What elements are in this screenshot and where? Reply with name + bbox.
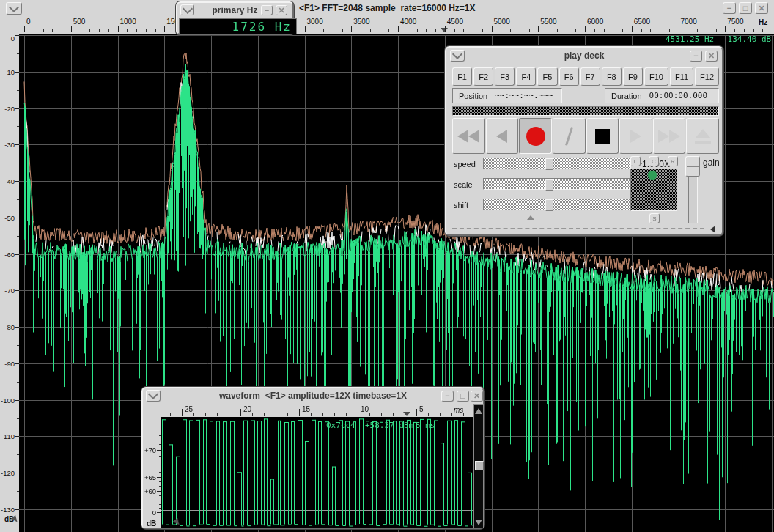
fkey-button-f11[interactable]: F11: [670, 67, 693, 86]
stop-button[interactable]: [586, 118, 619, 154]
fast-forward-button[interactable]: [653, 118, 686, 154]
db-axis[interactable]: dB 0-10-20-30-40-50-60-70-80-90-100-110-…: [0, 34, 20, 532]
waveform-close-button[interactable]: ✕: [471, 391, 483, 402]
primary-hz-titlebar[interactable]: primary Hz − ✕: [177, 3, 292, 18]
waveform-time-ruler[interactable]: ms 252015105: [161, 404, 473, 417]
main-chevron-button[interactable]: [6, 2, 22, 15]
db-tick-label: -10: [4, 68, 15, 76]
pause-button[interactable]: [553, 118, 586, 154]
speed-slider-track[interactable]: [483, 158, 631, 169]
amp-tick-label: +70: [144, 446, 156, 454]
primary-hz-value: 1726 Hz: [232, 20, 292, 34]
speed-slider-thumb[interactable]: [545, 158, 553, 170]
waveform-titlebar[interactable]: waveform <F1> amplitude=12X timebase=1X …: [143, 388, 483, 404]
pan-right-label: R: [671, 158, 675, 165]
drawer-handle-icon[interactable]: [710, 226, 715, 233]
scrollbar-thumb[interactable]: [475, 461, 484, 470]
close-icon: ✕: [278, 7, 284, 15]
shift-marker-icon[interactable]: [527, 215, 534, 220]
freq-major-tick: [305, 26, 306, 32]
play-deck-chevron-button[interactable]: [450, 50, 465, 62]
scrollbar-up-button[interactable]: [474, 406, 483, 415]
waveform-chevron-button[interactable]: [146, 390, 161, 402]
scale-slider-thumb[interactable]: [545, 179, 553, 191]
primary-hz-minimize-button[interactable]: −: [261, 5, 273, 15]
pan-left-button[interactable]: L: [630, 156, 641, 166]
scale-slider-track[interactable]: [483, 178, 631, 190]
freq-minor-tick: [380, 29, 380, 32]
position-value: ~~:~~:~~.~~~: [495, 91, 553, 100]
rewind-icon: [457, 130, 468, 143]
waveform-amp-axis[interactable]: dB +70+65+600: [143, 417, 162, 528]
scale-slider-label: scale: [454, 180, 473, 189]
shift-slider-track[interactable]: [483, 199, 631, 210]
time-minor-tick: [393, 413, 394, 416]
fkey-button-f3[interactable]: F3: [495, 67, 515, 86]
freq-minor-tick: [99, 29, 100, 32]
fkey-button-f1[interactable]: F1: [452, 67, 472, 86]
duration-field: Duration 00:00:00.000: [605, 88, 719, 103]
primary-hz-chevron-button[interactable]: [180, 4, 194, 15]
fkey-button-f9[interactable]: F9: [623, 67, 643, 86]
scrollbar-down-button[interactable]: [474, 517, 483, 527]
chevron-down-icon: [148, 389, 158, 399]
freq-minor-tick: [408, 29, 408, 32]
main-minimize-button[interactable]: −: [723, 2, 736, 14]
pan-center-label: C: [652, 158, 656, 165]
time-minor-tick: [194, 413, 194, 416]
pan-right-button[interactable]: R: [668, 156, 678, 166]
fkey-button-f2[interactable]: F2: [473, 67, 493, 86]
freq-minor-tick: [426, 29, 427, 32]
waveform-scrollbar[interactable]: [473, 404, 484, 528]
pan-swap-button[interactable]: S: [649, 213, 660, 223]
play-reverse-icon: [496, 130, 507, 143]
progress-bar[interactable]: [452, 106, 719, 116]
fkey-button-f6[interactable]: F6: [559, 67, 579, 86]
db-tick-label: -30: [4, 141, 15, 149]
pan-center-button[interactable]: C: [649, 156, 659, 166]
fkey-button-f8[interactable]: F8: [602, 67, 622, 86]
waveform-maximize-button[interactable]: □: [457, 391, 469, 402]
maximize-icon: □: [460, 392, 465, 400]
time-minor-tick: [264, 413, 265, 416]
time-minor-tick: [252, 413, 253, 416]
main-close-button[interactable]: ✕: [755, 2, 768, 14]
play-button[interactable]: [619, 118, 652, 154]
fkey-button-f12[interactable]: F12: [695, 67, 719, 86]
fkey-button-f10[interactable]: F10: [644, 67, 668, 86]
main-maximize-button[interactable]: □: [739, 2, 752, 14]
fkey-button-f4[interactable]: F4: [516, 67, 536, 86]
freq-minor-tick: [744, 29, 745, 32]
freq-tick-label: 500: [73, 18, 86, 26]
eject-button[interactable]: [686, 118, 719, 154]
rewind-button[interactable]: [452, 118, 485, 154]
freq-major-tick: [632, 26, 633, 32]
pan-pad[interactable]: [630, 169, 677, 211]
primary-hz-close-button[interactable]: ✕: [276, 5, 287, 15]
play-deck-titlebar[interactable]: play deck − ✕: [446, 48, 722, 65]
freq-minor-tick: [333, 29, 333, 32]
freq-tick-label: 3000: [307, 18, 323, 26]
shift-slider-thumb[interactable]: [545, 199, 553, 211]
gain-slider-thumb[interactable]: [685, 156, 700, 177]
pan-position-dot[interactable]: [648, 171, 657, 180]
frequency-scale[interactable]: Hz 0500100015002000250030003500400045005…: [0, 17, 774, 34]
fkey-button-f5[interactable]: F5: [537, 67, 557, 86]
play-deck-close-button[interactable]: ✕: [705, 51, 718, 62]
play-deck-minimize-button[interactable]: −: [690, 51, 702, 62]
record-button[interactable]: [519, 118, 552, 154]
time-minor-tick: [217, 413, 218, 416]
play-reverse-button[interactable]: [486, 118, 519, 154]
waveform-minimize-button[interactable]: −: [441, 391, 454, 402]
fkey-button-f7[interactable]: F7: [580, 67, 600, 86]
db-tick-label: -50: [4, 214, 15, 222]
time-minor-tick: [381, 413, 382, 416]
freq-minor-tick: [613, 29, 613, 32]
fast-forward-icon: [658, 130, 669, 143]
time-minor-tick: [405, 413, 405, 416]
time-tick-label: 15: [302, 405, 310, 413]
waveform-canvas[interactable]: [161, 417, 473, 528]
waveform-window-title: waveform <F1> amplitude=12X timebase=1X: [143, 391, 483, 401]
drawer-divider[interactable]: [452, 228, 704, 229]
main-titlebar[interactable]: <F1> FFT=2048 sample_rate=16000 Hz=1X − …: [0, 0, 774, 18]
